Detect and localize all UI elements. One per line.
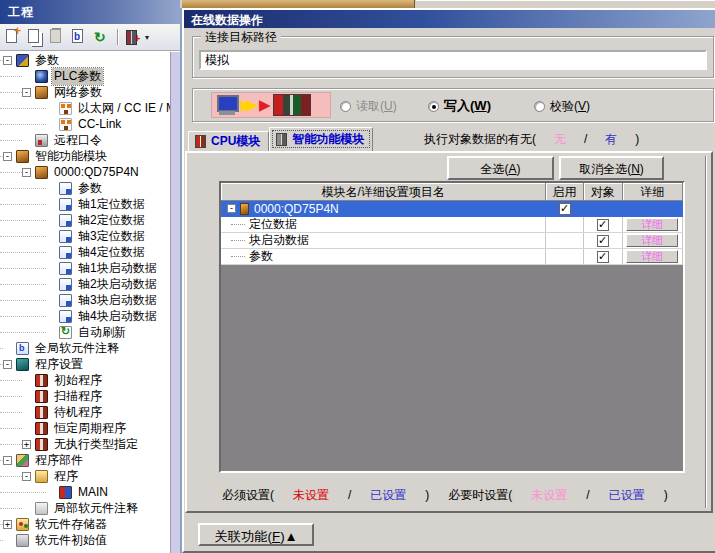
tree-connector <box>231 256 245 257</box>
enable-checkbox[interactable]: ✓ <box>559 203 571 215</box>
project-panel: 工程 ▾ -参数-PLC参数-网络参数-以太网 / CC IE / MEL-CC… <box>0 0 180 553</box>
tree-item[interactable]: -待机程序 <box>0 404 170 420</box>
module-name: 0000:QD75P4N <box>254 202 339 216</box>
tree-connector <box>231 240 245 241</box>
tree-item[interactable]: -恒定周期程序 <box>0 420 170 436</box>
tree-item[interactable]: -网络参数 <box>0 84 170 100</box>
tree-item[interactable]: -局部软元件注释 <box>0 500 170 516</box>
tree-item[interactable]: -远程口令 <box>0 132 170 148</box>
tree-item[interactable]: -轴4定位数据 <box>0 244 170 260</box>
param-icon <box>16 54 29 67</box>
tree-item[interactable]: -程序 <box>0 468 170 484</box>
table-row[interactable]: -0000:QD75P4N✓ <box>221 201 683 217</box>
target-data-presence: 执行对象数据的有无(无/有) <box>422 131 641 148</box>
tree-item-label: 局部软元件注释 <box>52 500 140 517</box>
tree-item[interactable]: -智能功能模块 <box>0 148 170 164</box>
refresh-icon[interactable] <box>92 29 110 45</box>
computer-icon <box>215 95 239 115</box>
new-document-icon[interactable] <box>4 29 22 45</box>
target-checkbox[interactable]: ✓ <box>597 235 609 247</box>
write-radio[interactable]: 写入(W) <box>428 97 491 115</box>
tree-item[interactable]: -初始程序 <box>0 372 170 388</box>
tree-item-label: 轴3定位数据 <box>76 228 147 245</box>
tree-item[interactable]: -软元件初始值 <box>0 532 170 548</box>
detail-button[interactable]: 详细 <box>626 218 678 231</box>
tree-item[interactable]: -轴2块启动数据 <box>0 276 170 292</box>
tree-item-label: CC-Link <box>76 117 123 131</box>
tree-item[interactable]: -CC-Link <box>0 116 170 132</box>
radio-circle-icon <box>340 101 351 112</box>
collapse-icon[interactable]: - <box>3 152 12 161</box>
document-info-icon[interactable] <box>70 29 88 45</box>
tree-item-label: 全局软元件注释 <box>33 340 121 357</box>
program-icon <box>35 374 48 387</box>
tree-item[interactable]: -轴1块启动数据 <box>0 260 170 276</box>
tree-item[interactable]: -参数 <box>0 52 170 68</box>
expand-icon[interactable]: + <box>22 440 31 449</box>
tree-item-label: 轴3块启动数据 <box>76 292 159 309</box>
project-panel-title[interactable]: 工程 <box>0 0 180 24</box>
collapse-icon[interactable]: - <box>22 168 31 177</box>
tree-item[interactable]: +软元件存储器 <box>0 516 170 532</box>
transfer-mode-panel: ▶▶ ▶ 读取(U) 写入(W) 校验(V) <box>192 88 714 122</box>
pc-to-plc-graphic: ▶▶ ▶ <box>211 92 331 118</box>
related-functions-button[interactable]: 关联功能(F)▲ <box>198 523 314 546</box>
column-header: 对象 <box>584 183 623 201</box>
tree-item[interactable]: -参数 <box>0 180 170 196</box>
transfer-arrow-red-icon: ▶ <box>259 95 271 115</box>
tree-item[interactable]: -以太网 / CC IE / MEL <box>0 100 170 116</box>
copy-icon[interactable] <box>26 29 44 45</box>
tree-item-label: 参数 <box>76 180 104 197</box>
select-all-button[interactable]: 全选(A) <box>447 156 554 180</box>
mode-radio-group: 读取(U) 写入(W) 校验(V) <box>340 89 709 121</box>
module-dropdown-icon[interactable] <box>125 29 143 45</box>
panel-right-groove <box>705 156 707 508</box>
tree-item[interactable]: -轴3定位数据 <box>0 228 170 244</box>
paste-icon[interactable] <box>48 29 66 45</box>
expand-icon[interactable]: + <box>3 520 12 529</box>
tab-cpu-module[interactable]: CPU模块 <box>188 131 269 151</box>
collapse-icon[interactable]: - <box>3 456 12 465</box>
tree-scrollbar[interactable] <box>170 52 180 553</box>
tree-item[interactable]: -PLC参数 <box>0 68 170 84</box>
tree-item[interactable]: -MAIN <box>0 484 170 500</box>
read-radio[interactable]: 读取(U) <box>340 98 397 115</box>
verify-radio[interactable]: 校验(V) <box>534 98 590 115</box>
tree-item[interactable]: -程序部件 <box>0 452 170 468</box>
tree-item[interactable]: -轴3块启动数据 <box>0 292 170 308</box>
dropdown-caret-icon[interactable]: ▾ <box>145 33 149 42</box>
connection-path-input[interactable] <box>199 50 707 70</box>
deselect-all-button[interactable]: 取消全选(N) <box>559 156 664 180</box>
tree-item[interactable]: -程序设置 <box>0 356 170 372</box>
collapse-icon[interactable]: - <box>3 360 12 369</box>
table-row[interactable]: 定位数据✓详细 <box>221 217 683 233</box>
optional-label: 必要时设置( <box>448 488 512 502</box>
tree-item[interactable]: +无执行类型指定 <box>0 436 170 452</box>
radio-circle-icon <box>428 101 439 112</box>
tree-item[interactable]: -轴4块启动数据 <box>0 308 170 324</box>
tab-intelligent-module[interactable]: 智能功能模块 <box>269 127 373 151</box>
network-icon <box>59 118 72 131</box>
detail-button[interactable]: 详细 <box>626 234 678 247</box>
table-row[interactable]: 块启动数据✓详细 <box>221 233 683 249</box>
tree-item[interactable]: -扫描程序 <box>0 388 170 404</box>
tree-item[interactable]: -0000:QD75P4N <box>0 164 170 180</box>
table-row[interactable]: 参数✓详细 <box>221 249 683 265</box>
tree-item[interactable]: -自动刷新 <box>0 324 170 340</box>
collapse-icon[interactable]: - <box>22 88 31 97</box>
dialog-titlebar[interactable]: 在线数据操作 <box>184 10 715 28</box>
tab-label: CPU模块 <box>211 133 260 150</box>
detail-button[interactable]: 详细 <box>626 250 678 263</box>
tree-item[interactable]: -全局软元件注释 <box>0 340 170 356</box>
collapse-icon[interactable]: - <box>3 56 12 65</box>
target-checkbox[interactable]: ✓ <box>597 219 609 231</box>
collapse-icon[interactable]: - <box>22 472 31 481</box>
tree-item-label: 轴4定位数据 <box>76 244 147 261</box>
tree-item-label: 自动刷新 <box>76 324 128 341</box>
target-checkbox[interactable]: ✓ <box>597 251 609 263</box>
tree-item[interactable]: -轴2定位数据 <box>0 212 170 228</box>
radio-label: 读取(U) <box>356 98 397 115</box>
tree-item[interactable]: -轴1定位数据 <box>0 196 170 212</box>
table-header-row: 模块名/详细设置项目名启用对象详细 <box>221 183 683 201</box>
collapse-icon[interactable]: - <box>227 204 236 213</box>
